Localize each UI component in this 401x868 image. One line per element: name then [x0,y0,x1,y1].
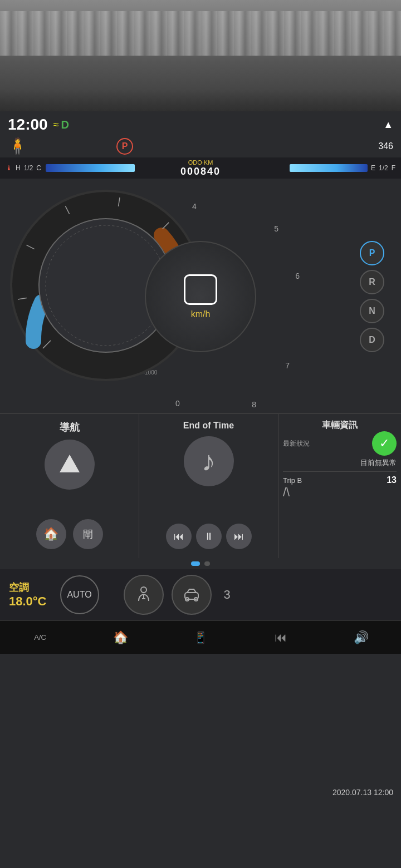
speed-icon [184,274,217,305]
page-dots [0,558,401,569]
rpm-8: 8 [252,400,256,409]
pause-button[interactable]: ⏸ [196,524,222,549]
dashboard: 12:00 ≈ D ‫ ▲ 🧍 P 346 🌡 H 1/2 C ODO·KM 0… [0,111,401,868]
gear-r-button[interactable]: R [360,270,384,294]
warning-row: 🧍 P 346 [0,136,401,156]
gauge-bar: 🌡 H 1/2 C ODO·KM 000840 E 1/2 F [0,157,401,179]
temp-icon: 🌡 [6,164,12,172]
bottom-nav-prev[interactable]: ⏮ [258,630,303,645]
status-right: ‫ ▲ [379,117,393,132]
temp-c-label: C [36,164,41,172]
music-note-icon: ♪ [202,445,216,477]
nav-icon-circle [45,440,95,490]
rpm-6: 6 [295,272,300,280]
bottom-nav-phone[interactable]: 📱 [178,631,223,644]
gear-buttons: P R N D [360,241,384,352]
trip-label: Trip B [283,476,302,485]
road-icon-row: /\ [283,485,397,500]
road-icon: /\ [283,485,290,500]
next-button[interactable]: ⏭ [226,524,252,549]
odo-value: 000840 [180,166,221,177]
svg-rect-14 [185,593,198,599]
vehicle-card-title: 車輛資訊 [283,420,397,431]
speedometer-area: 0 1 RPM×1000 2 3 4 5 6 7 8 [0,180,401,413]
nav-map-button[interactable]: 閘 [73,519,103,549]
fuel-gauge-right: E 1/2 F [371,164,395,172]
trip-row: Trip B 13 [283,475,397,485]
music-card-title: End of Time [145,421,272,431]
temp-gauge-left: 🌡 H 1/2 C [6,164,41,172]
nav-bottom-buttons: 🏠 閘 [36,519,103,554]
datetime-overlay: 2020.07.13 12:00 [332,788,393,797]
prev-button[interactable]: ⏮ [166,524,192,549]
vehicle-info-card[interactable]: 車輛資訊 最新狀況 ✓ 目前無異常 Trip B 13 /\ [278,414,401,558]
gear-n-button[interactable]: N [360,299,384,323]
svg-point-11 [141,587,146,593]
drl-icon: ≈ [53,119,59,131]
status-label: 最新狀況 [283,439,310,448]
speed-unit: km/h [191,309,211,319]
navigation-card[interactable]: 導航 🏠 閘 [0,414,139,558]
fuel-f-label: F [392,164,395,172]
seat-adjust-button[interactable] [124,575,164,615]
ac-label: 空調 [9,581,52,594]
status-check-icon: ✓ [372,431,397,456]
wifi-icon: ▲ [383,119,393,131]
fuel-half-label: 1/2 [379,164,388,172]
fuel-e-label: E [371,164,375,172]
rpm-7: 7 [285,361,290,370]
nav-arrow-icon [60,455,80,472]
page-dot-1[interactable] [191,561,200,566]
normal-status-text: 目前無異常 [283,458,397,468]
card-divider [283,471,397,472]
headlight-icon: D [61,119,69,131]
rpm-5: 5 [274,224,278,233]
music-controls: ⏮ ⏸ ⏭ [166,524,252,554]
seatbelt-warning-icon: 🧍 [8,137,27,155]
bottom-nav-volume[interactable]: 🔊 [339,630,383,645]
rpm-0: 0 [175,399,180,408]
temp-half-label: 1/2 [24,164,33,172]
edge-number: 3 [224,588,231,602]
gear-p-button[interactable]: P [360,241,384,265]
trip-value: 13 [387,475,397,485]
music-icon-circle: ♪ [184,436,234,486]
bottom-nav-home[interactable]: 🏠 [98,630,143,645]
odo-label: ODO·KM [180,159,221,166]
temp-bar [46,164,135,172]
status-icons: ≈ D [53,119,69,131]
temp-display: 18.0°C [9,594,47,609]
temp-h-label: H [16,164,21,172]
car-view-button[interactable] [172,575,212,615]
status-left: 12:00 ≈ D [8,116,69,134]
time-display: 12:00 [8,116,48,134]
odometer-display: ODO·KM 000840 [180,159,221,177]
auto-button[interactable]: AUTO [60,575,99,614]
parking-brake-icon: P [116,138,133,155]
bottom-nav-ac[interactable]: A/C [18,633,62,642]
bottom-nav: A/C 🏠 📱 ⏮ 🔊 [0,620,401,654]
nav-card-title: 導航 [6,421,133,434]
range-display: 346 [378,141,393,151]
speed-center: km/h [145,241,256,352]
vehicle-status-row: 最新狀況 ✓ [283,431,397,456]
status-bar: 12:00 ≈ D ‫ ▲ [0,111,401,136]
bottom-controls: 空調 18.0°C AUTO 3 [0,569,401,620]
fuel-bar [290,164,368,172]
page-dot-2[interactable] [204,561,210,566]
gear-d-button[interactable]: D [360,328,384,352]
bottom-cards: 導航 🏠 閘 End of Time ♪ ⏮ ⏸ ⏭ [0,413,401,558]
nav-home-button[interactable]: 🏠 [36,519,66,549]
music-card[interactable]: End of Time ♪ ⏮ ⏸ ⏭ [139,414,278,558]
